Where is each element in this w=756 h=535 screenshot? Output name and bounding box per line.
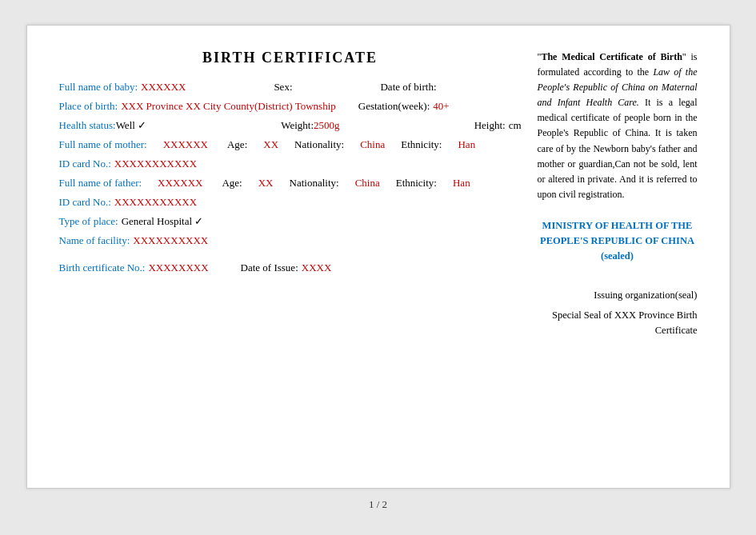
cert-date-row: Birth certificate No.: XXXXXXXX Date of …	[59, 262, 522, 274]
place-type-value: General Hospital ✓	[122, 215, 204, 228]
mother-nationality-label: Nationality:	[294, 138, 344, 151]
ministry-line1: MINISTRY OF HEALTH OF THE	[538, 218, 698, 234]
issue-date-label: Date of Issue:	[241, 262, 298, 274]
ministry-text: MINISTRY OF HEALTH OF THE PEOPLE'S REPUB…	[538, 218, 698, 263]
father-id-label: ID card No.:	[59, 196, 111, 209]
weight-value: 2500g	[314, 119, 340, 132]
law-name: Law of the People's Republic of China on…	[538, 66, 698, 108]
ministry-line2: PEOPLE'S REPUBLIC OF CHINA (sealed)	[538, 234, 698, 264]
mother-name-label: Full name of mother:	[59, 138, 147, 151]
mother-nationality-value: China	[360, 138, 385, 151]
mother-age-value: XX	[263, 138, 278, 151]
health-label: Health status:	[59, 119, 116, 132]
mother-id-value: XXXXXXXXXXX	[114, 158, 197, 170]
issue-date-value: XXXX	[302, 262, 332, 274]
birth-certificate-document: BIRTH CERTIFICATE Full name of baby: XXX…	[26, 25, 730, 489]
issuing-org-text: Issuing organization(seal)	[538, 288, 698, 303]
right-sidebar: "The Medical Certificate of Birth" is fo…	[538, 50, 698, 339]
health-row: Health status: Well ✓ Weight: 2500g Heig…	[59, 119, 522, 132]
cert-name: The Medical Certificate of Birth	[541, 51, 682, 62]
facility-label: Name of facility:	[59, 234, 130, 247]
place-type-label: Type of place:	[59, 215, 118, 228]
baby-name-value: XXXXXX	[141, 81, 186, 94]
baby-info-row: Full name of baby: XXXXXX Sex: Date of b…	[59, 81, 522, 94]
mother-id-row: ID card No.: XXXXXXXXXXX	[59, 158, 522, 170]
mother-ethnicity-label: Ethnicity:	[401, 138, 442, 151]
birth-place-label: Place of birth:	[59, 100, 118, 113]
special-seal-text: Special Seal of XXX Province Birth Certi…	[538, 308, 698, 339]
mother-info-row: Full name of mother: XXXXXX Age: XX Nati…	[59, 138, 522, 151]
father-id-value: XXXXXXXXXXX	[114, 196, 197, 209]
sidebar-paragraph: "The Medical Certificate of Birth" is fo…	[538, 50, 698, 203]
content-area: BIRTH CERTIFICATE Full name of baby: XXX…	[59, 50, 698, 339]
father-nationality-value: China	[355, 177, 380, 190]
facility-row: Name of facility: XXXXXXXXXX	[59, 234, 522, 247]
facility-value: XXXXXXXXXX	[133, 234, 208, 247]
mother-id-label: ID card No.:	[59, 158, 111, 170]
weight-label: Weight:	[281, 119, 314, 132]
place-type-row: Type of place: General Hospital ✓	[59, 215, 522, 228]
birth-place-value: XXX Province XX City County(District) To…	[121, 100, 336, 113]
health-value: Well ✓	[116, 119, 146, 132]
father-ethnicity-label: Ethnicity:	[396, 177, 437, 190]
father-age-label: Age:	[222, 177, 242, 190]
page-indicator: 1 / 2	[369, 498, 387, 511]
mother-age-label: Age:	[227, 138, 247, 151]
father-id-row: ID card No.: XXXXXXXXXXX	[59, 196, 522, 209]
father-ethnicity-value: Han	[453, 177, 470, 190]
height-value: cm	[509, 119, 522, 132]
mother-ethnicity-value: Han	[458, 138, 475, 151]
cert-no-value: XXXXXXXX	[148, 262, 208, 274]
quote-close: "	[682, 51, 686, 62]
birth-place-row: Place of birth: XXX Province XX City Cou…	[59, 100, 522, 113]
cert-no-group: Birth certificate No.: XXXXXXXX	[59, 262, 209, 274]
gestation-label: Gestation(week):	[358, 100, 430, 113]
father-info-row: Full name of father: XXXXXX Age: XX Nati…	[59, 177, 522, 190]
gestation-value: 40+	[433, 100, 449, 113]
left-section: BIRTH CERTIFICATE Full name of baby: XXX…	[59, 50, 522, 339]
sex-label: Sex:	[274, 81, 292, 94]
father-nationality-label: Nationality:	[290, 177, 339, 190]
document-title: BIRTH CERTIFICATE	[59, 50, 522, 66]
issue-date-group: Date of Issue: XXXX	[241, 262, 332, 274]
height-label: Height:	[474, 119, 506, 132]
mother-name-value: XXXXXX	[163, 138, 208, 151]
father-age-value: XX	[258, 177, 274, 190]
father-name-value: XXXXXX	[158, 177, 202, 190]
father-name-label: Full name of father:	[59, 177, 142, 190]
cert-no-label: Birth certificate No.:	[59, 262, 146, 274]
dob-label: Date of birth:	[380, 81, 436, 94]
baby-name-label: Full name of baby:	[59, 81, 138, 94]
